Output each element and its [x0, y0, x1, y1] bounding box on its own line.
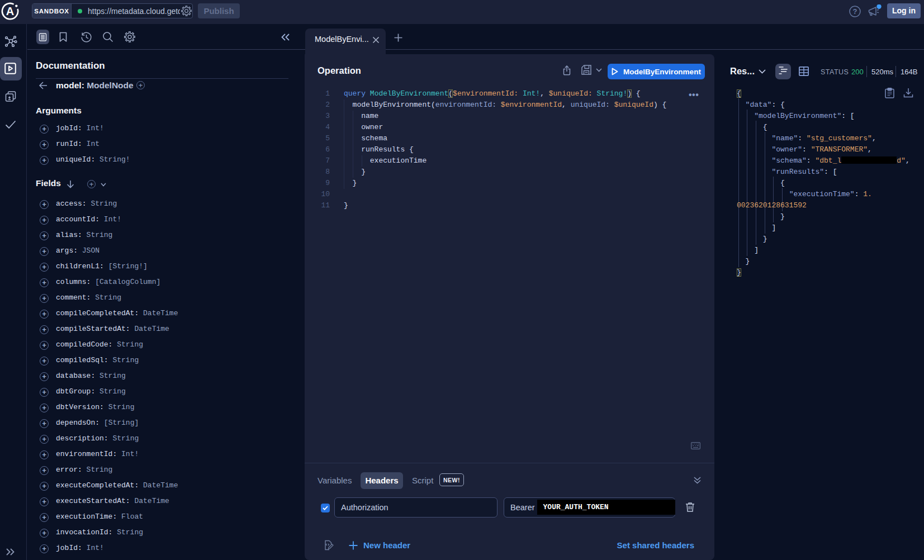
svg-text:?: ? [853, 7, 857, 16]
svg-text:A: A [6, 5, 14, 17]
